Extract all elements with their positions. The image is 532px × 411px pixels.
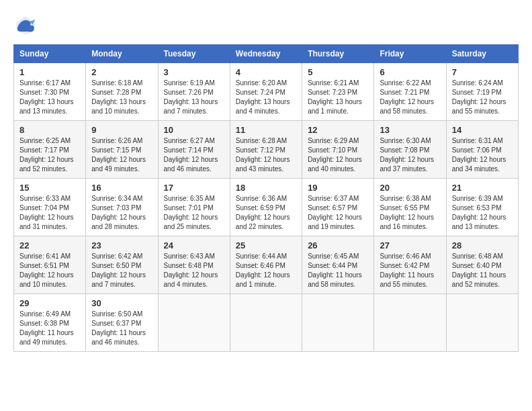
day-info: Sunrise: 6:37 AM Sunset: 6:57 PM Dayligh… (308, 194, 368, 232)
day-info: Sunrise: 6:45 AM Sunset: 6:44 PM Dayligh… (308, 252, 368, 289)
calendar-week-4: 22Sunrise: 6:41 AM Sunset: 6:51 PM Dayli… (14, 236, 519, 294)
weekday-header-tuesday: Tuesday (158, 45, 230, 63)
day-info: Sunrise: 6:24 AM Sunset: 7:19 PM Dayligh… (452, 79, 513, 116)
calendar-cell: 22Sunrise: 6:41 AM Sunset: 6:51 PM Dayli… (14, 236, 86, 294)
calendar-cell: 18Sunrise: 6:36 AM Sunset: 6:59 PM Dayli… (230, 179, 302, 236)
calendar-cell: 7Sunrise: 6:24 AM Sunset: 7:19 PM Daylig… (446, 63, 518, 121)
day-number: 24 (164, 240, 224, 250)
day-info: Sunrise: 6:50 AM Sunset: 6:37 PM Dayligh… (91, 310, 152, 347)
calendar-cell: 21Sunrise: 6:39 AM Sunset: 6:53 PM Dayli… (446, 179, 518, 236)
calendar-cell: 6Sunrise: 6:22 AM Sunset: 7:21 PM Daylig… (374, 63, 446, 121)
day-number: 6 (380, 67, 440, 77)
day-info: Sunrise: 6:27 AM Sunset: 7:14 PM Dayligh… (164, 136, 224, 174)
weekday-header-wednesday: Wednesday (230, 45, 302, 63)
page-header (13, 13, 519, 38)
day-info: Sunrise: 6:39 AM Sunset: 6:53 PM Dayligh… (452, 194, 513, 232)
day-info: Sunrise: 6:48 AM Sunset: 6:40 PM Dayligh… (452, 252, 513, 289)
day-number: 9 (91, 125, 152, 135)
calendar-week-3: 15Sunrise: 6:33 AM Sunset: 7:04 PM Dayli… (14, 179, 519, 236)
day-info: Sunrise: 6:34 AM Sunset: 7:03 PM Dayligh… (91, 194, 152, 232)
weekday-header-thursday: Thursday (302, 45, 374, 63)
day-number: 21 (452, 183, 513, 193)
calendar-cell: 17Sunrise: 6:35 AM Sunset: 7:01 PM Dayli… (158, 179, 230, 236)
calendar-cell: 4Sunrise: 6:20 AM Sunset: 7:24 PM Daylig… (230, 63, 302, 121)
day-info: Sunrise: 6:25 AM Sunset: 7:17 PM Dayligh… (19, 136, 80, 174)
weekday-header-saturday: Saturday (446, 45, 518, 63)
day-number: 16 (91, 183, 152, 193)
calendar-cell (446, 294, 518, 352)
calendar-cell: 9Sunrise: 6:26 AM Sunset: 7:15 PM Daylig… (86, 121, 158, 179)
day-number: 5 (308, 67, 368, 77)
day-number: 22 (19, 240, 80, 250)
day-info: Sunrise: 6:49 AM Sunset: 6:38 PM Dayligh… (19, 310, 80, 347)
day-info: Sunrise: 6:36 AM Sunset: 6:59 PM Dayligh… (236, 194, 296, 232)
calendar-cell (374, 294, 446, 352)
day-number: 14 (452, 125, 513, 135)
calendar-cell (302, 294, 374, 352)
calendar-cell: 5Sunrise: 6:21 AM Sunset: 7:23 PM Daylig… (302, 63, 374, 121)
day-number: 25 (236, 240, 296, 250)
day-number: 13 (380, 125, 440, 135)
day-info: Sunrise: 6:33 AM Sunset: 7:04 PM Dayligh… (19, 194, 80, 232)
calendar-cell: 11Sunrise: 6:28 AM Sunset: 7:12 PM Dayli… (230, 121, 302, 179)
weekday-header-monday: Monday (86, 45, 158, 63)
day-number: 11 (236, 125, 296, 135)
day-info: Sunrise: 6:28 AM Sunset: 7:12 PM Dayligh… (236, 136, 296, 174)
day-info: Sunrise: 6:26 AM Sunset: 7:15 PM Dayligh… (91, 136, 152, 174)
day-info: Sunrise: 6:43 AM Sunset: 6:48 PM Dayligh… (164, 252, 224, 289)
day-number: 18 (236, 183, 296, 193)
day-info: Sunrise: 6:17 AM Sunset: 7:30 PM Dayligh… (19, 79, 80, 116)
day-info: Sunrise: 6:46 AM Sunset: 6:42 PM Dayligh… (380, 252, 440, 289)
calendar-cell: 8Sunrise: 6:25 AM Sunset: 7:17 PM Daylig… (14, 121, 86, 179)
calendar-cell: 16Sunrise: 6:34 AM Sunset: 7:03 PM Dayli… (86, 179, 158, 236)
logo (13, 13, 40, 38)
day-number: 23 (91, 240, 152, 250)
calendar-cell: 23Sunrise: 6:42 AM Sunset: 6:50 PM Dayli… (86, 236, 158, 294)
calendar-cell: 14Sunrise: 6:31 AM Sunset: 7:06 PM Dayli… (446, 121, 518, 179)
day-number: 8 (19, 125, 80, 135)
calendar-cell: 27Sunrise: 6:46 AM Sunset: 6:42 PM Dayli… (374, 236, 446, 294)
calendar-cell: 19Sunrise: 6:37 AM Sunset: 6:57 PM Dayli… (302, 179, 374, 236)
calendar-cell: 30Sunrise: 6:50 AM Sunset: 6:37 PM Dayli… (86, 294, 158, 352)
day-number: 7 (452, 67, 513, 77)
calendar-cell: 28Sunrise: 6:48 AM Sunset: 6:40 PM Dayli… (446, 236, 518, 294)
day-number: 26 (308, 240, 368, 250)
weekday-header-sunday: Sunday (14, 45, 86, 63)
weekday-header-friday: Friday (374, 45, 446, 63)
calendar-cell: 26Sunrise: 6:45 AM Sunset: 6:44 PM Dayli… (302, 236, 374, 294)
day-number: 19 (308, 183, 368, 193)
calendar-week-2: 8Sunrise: 6:25 AM Sunset: 7:17 PM Daylig… (14, 121, 519, 179)
day-info: Sunrise: 6:41 AM Sunset: 6:51 PM Dayligh… (19, 252, 80, 289)
calendar-cell: 12Sunrise: 6:29 AM Sunset: 7:10 PM Dayli… (302, 121, 374, 179)
day-number: 1 (19, 67, 80, 77)
calendar-cell: 20Sunrise: 6:38 AM Sunset: 6:55 PM Dayli… (374, 179, 446, 236)
day-info: Sunrise: 6:38 AM Sunset: 6:55 PM Dayligh… (380, 194, 440, 232)
day-number: 30 (91, 298, 152, 308)
calendar-cell: 10Sunrise: 6:27 AM Sunset: 7:14 PM Dayli… (158, 121, 230, 179)
day-info: Sunrise: 6:44 AM Sunset: 6:46 PM Dayligh… (236, 252, 296, 289)
calendar-cell: 25Sunrise: 6:44 AM Sunset: 6:46 PM Dayli… (230, 236, 302, 294)
day-info: Sunrise: 6:29 AM Sunset: 7:10 PM Dayligh… (308, 136, 368, 174)
day-info: Sunrise: 6:19 AM Sunset: 7:26 PM Dayligh… (164, 79, 224, 116)
day-number: 15 (19, 183, 80, 193)
day-number: 2 (91, 67, 152, 77)
day-number: 20 (380, 183, 440, 193)
day-number: 27 (380, 240, 440, 250)
day-info: Sunrise: 6:31 AM Sunset: 7:06 PM Dayligh… (452, 136, 513, 174)
day-info: Sunrise: 6:42 AM Sunset: 6:50 PM Dayligh… (91, 252, 152, 289)
day-number: 17 (164, 183, 224, 193)
day-info: Sunrise: 6:18 AM Sunset: 7:28 PM Dayligh… (91, 79, 152, 116)
calendar-week-1: 1Sunrise: 6:17 AM Sunset: 7:30 PM Daylig… (14, 63, 519, 121)
calendar-cell: 2Sunrise: 6:18 AM Sunset: 7:28 PM Daylig… (86, 63, 158, 121)
calendar-week-5: 29Sunrise: 6:49 AM Sunset: 6:38 PM Dayli… (14, 294, 519, 352)
day-number: 29 (19, 298, 80, 308)
logo-icon (13, 13, 38, 38)
day-number: 4 (236, 67, 296, 77)
calendar-cell: 29Sunrise: 6:49 AM Sunset: 6:38 PM Dayli… (14, 294, 86, 352)
day-info: Sunrise: 6:30 AM Sunset: 7:08 PM Dayligh… (380, 136, 440, 174)
calendar-cell: 15Sunrise: 6:33 AM Sunset: 7:04 PM Dayli… (14, 179, 86, 236)
day-info: Sunrise: 6:20 AM Sunset: 7:24 PM Dayligh… (236, 79, 296, 116)
day-info: Sunrise: 6:22 AM Sunset: 7:21 PM Dayligh… (380, 79, 440, 116)
calendar-cell (230, 294, 302, 352)
day-info: Sunrise: 6:35 AM Sunset: 7:01 PM Dayligh… (164, 194, 224, 232)
